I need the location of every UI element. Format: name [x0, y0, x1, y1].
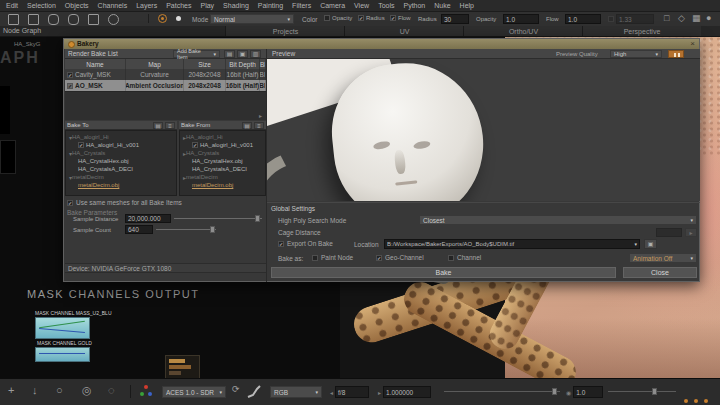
sample-count-slider[interactable]	[156, 226, 216, 233]
close-button[interactable]: Close	[623, 267, 697, 278]
mode-dropdown[interactable]: Normal▾	[210, 14, 294, 24]
geo-channel-checkbox[interactable]: ✓	[376, 255, 382, 261]
menu-item-play[interactable]: Play	[200, 2, 214, 9]
flow-checkbox[interactable]: ✓	[390, 15, 396, 21]
menu-item-filters[interactable]: Filters	[292, 2, 311, 9]
circle-brush-icon[interactable]: ○	[56, 385, 63, 396]
table-row[interactable]: ✓ Cavity_MSK Curvature 2048x2048 16bit (…	[65, 69, 266, 80]
animation-dropdown[interactable]: Animation Off▾	[629, 253, 697, 263]
gyro-icon[interactable]: ◎	[82, 385, 92, 396]
preview-viewport[interactable]	[267, 59, 700, 201]
copy-icon[interactable]	[88, 14, 99, 25]
tree-group[interactable]: ▾ metalDecim	[66, 173, 176, 181]
bake-button[interactable]: Bake	[271, 267, 616, 278]
bake-as-paint-node[interactable]: Paint Node	[312, 254, 353, 261]
slider-handle[interactable]	[210, 226, 215, 233]
menu-item-channels[interactable]: Channels	[98, 2, 128, 9]
fstop-input[interactable]: f/8	[335, 386, 369, 398]
node2-thumbnail[interactable]	[35, 347, 90, 362]
sphere-icon[interactable]: ●	[706, 14, 711, 23]
tab-perspective[interactable]: Perspective	[582, 26, 701, 36]
bake-from-add-button[interactable]: ▤	[242, 122, 252, 129]
increment-icon[interactable]: ▸	[378, 389, 381, 396]
slider-track[interactable]	[608, 391, 676, 392]
light-dot-icon[interactable]	[176, 16, 181, 21]
curve-icon[interactable]	[246, 384, 262, 400]
sample-distance-slider[interactable]	[174, 215, 262, 222]
column-name[interactable]: Name	[65, 59, 126, 69]
dialog-title-bar[interactable]: Bakery ×	[64, 39, 699, 49]
use-same-meshes-toggle[interactable]: ✓ Use same meshes for all Bake Items	[67, 199, 182, 206]
export-on-bake-checkbox[interactable]: ✓	[278, 241, 284, 247]
tree-item[interactable]: HA_CrystalsA_DECI	[66, 165, 176, 173]
menu-item-nuke[interactable]: Nuke	[434, 2, 450, 9]
bake-list-empty-area[interactable]: ▸	[65, 91, 266, 120]
prism-icon[interactable]: ◇	[678, 14, 685, 23]
bake-as-channel[interactable]: Channel	[448, 254, 481, 261]
home-icon[interactable]	[108, 14, 119, 25]
menu-item-layers[interactable]: Layers	[136, 2, 157, 9]
export-on-bake-toggle[interactable]: ✓ Export On Bake	[278, 240, 333, 247]
new-icon[interactable]	[8, 14, 19, 25]
preview-pause-button[interactable]	[668, 50, 684, 58]
gain-slider[interactable]	[608, 388, 676, 396]
menu-item-tools[interactable]: Tools	[378, 2, 394, 9]
item-checkbox[interactable]: ✓	[192, 142, 198, 148]
tab-node-graph[interactable]: Node Graph	[3, 27, 41, 34]
brush-icon[interactable]	[68, 14, 79, 25]
tree-group[interactable]: ▸ HA_alogirl_Hi	[180, 133, 265, 141]
tree-item[interactable]: HA_CrystalHex.obj	[66, 157, 176, 165]
paint-target-icon[interactable]	[158, 14, 167, 23]
exposure-input[interactable]: 1.000000	[383, 386, 431, 398]
column-map[interactable]: Map	[126, 59, 184, 69]
table-row-selected[interactable]: ✓ AO_MSK Ambient Occlusion 2048x2048 16b…	[65, 80, 266, 91]
high-poly-dropdown[interactable]: Closest▾	[419, 215, 697, 225]
grid-icon[interactable]: ▦	[692, 14, 701, 23]
disabled-checkbox[interactable]	[608, 16, 614, 22]
bake-from-menu-button[interactable]: ≡	[254, 122, 264, 129]
tree-item[interactable]: metalDecim.obj	[66, 181, 176, 189]
menu-item-shading[interactable]: Shading	[223, 2, 249, 9]
channel-checkbox[interactable]	[448, 255, 454, 261]
menu-item-help[interactable]: Help	[460, 2, 474, 9]
menu-item-selection[interactable]: Selection	[27, 2, 56, 9]
save-item-button[interactable]: ▣	[237, 50, 248, 58]
slider-handle[interactable]	[652, 388, 657, 395]
opacity-input[interactable]: 1.0	[503, 14, 539, 24]
gain-icon[interactable]: ◉	[566, 389, 571, 396]
exposure-control[interactable]: ▸ 1.000000	[378, 386, 431, 398]
decrement-icon[interactable]: ◂	[330, 389, 333, 396]
tree-item[interactable]: ✓HA_alogirl_Hi_v001	[180, 141, 265, 149]
menu-item-painting[interactable]: Painting	[258, 2, 283, 9]
channel-dropdown[interactable]: RGB▾	[270, 386, 322, 398]
colorspace-dropdown[interactable]: ACES 1.0 - SDR▾	[162, 386, 226, 398]
pull-icon[interactable]: ↓	[32, 385, 38, 396]
location-input[interactable]: B:/Workspace/BakerExports/AO_Body$UDIM.t…	[384, 239, 640, 249]
slider-handle[interactable]	[255, 215, 260, 222]
tab-ortho-uv[interactable]: Ortho/UV	[463, 26, 583, 36]
tab-uv[interactable]: UV	[344, 26, 464, 36]
opacity-toggle[interactable]: Opacity	[324, 15, 352, 21]
cube-icon[interactable]: □	[664, 14, 669, 23]
fstop-control[interactable]: ◂ f/8	[330, 386, 369, 398]
move-icon[interactable]: +	[8, 385, 14, 396]
node1-thumbnail[interactable]	[35, 317, 90, 339]
duplicate-item-button[interactable]: ▤	[224, 50, 235, 58]
flow-toggle[interactable]: ✓ Flow	[390, 15, 411, 21]
tree-group[interactable]: ▸ metalDecim	[180, 173, 265, 181]
slider-handle[interactable]	[552, 388, 557, 395]
tree-group[interactable]: ▸ HA_Crystals	[180, 149, 265, 157]
exposure-slider[interactable]	[444, 388, 560, 396]
node-properties-popup[interactable]	[165, 355, 200, 380]
bake-to-add-button[interactable]: ▤	[153, 122, 163, 129]
link-icon[interactable]	[48, 14, 59, 25]
tab-projects[interactable]: Projects	[225, 26, 345, 36]
delete-item-button[interactable]: ▥	[250, 50, 261, 58]
gain-input[interactable]: 1.0	[573, 386, 603, 398]
column-size[interactable]: Size	[184, 59, 226, 69]
tree-item[interactable]: ✓HA_alogirl_Hi_v001	[66, 141, 176, 149]
slider-track[interactable]	[444, 391, 560, 392]
paint-node-checkbox[interactable]	[312, 255, 318, 261]
menu-item-objects[interactable]: Objects	[65, 2, 89, 9]
menu-item-view[interactable]: View	[354, 2, 369, 9]
